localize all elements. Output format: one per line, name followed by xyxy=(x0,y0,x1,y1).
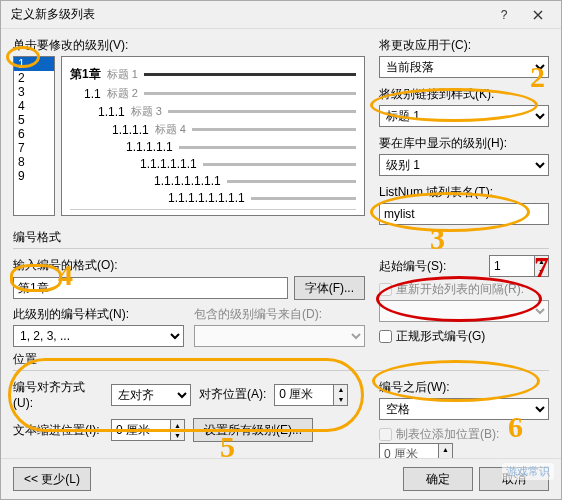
spin-up-icon[interactable]: ▲ xyxy=(535,256,548,266)
watermark: 游戏常识 xyxy=(502,463,554,480)
indent-at-spinner[interactable]: ▲▼ xyxy=(111,419,185,441)
followed-by-select[interactable]: 空格 xyxy=(379,398,549,420)
align-at-input[interactable] xyxy=(274,384,334,406)
format-input[interactable] xyxy=(13,277,288,299)
level-listbox[interactable]: 123456789 xyxy=(13,56,55,216)
set-all-levels-button[interactable]: 设置所有级别(E)... xyxy=(193,418,313,442)
level-item[interactable]: 6 xyxy=(14,127,54,141)
level-item[interactable]: 5 xyxy=(14,113,54,127)
followed-by-label: 编号之后(W): xyxy=(379,379,549,396)
align-label: 编号对齐方式(U): xyxy=(13,379,103,410)
close-button[interactable] xyxy=(521,4,555,26)
indent-at-label: 文本缩进位置(I): xyxy=(13,422,103,439)
listnum-input[interactable] xyxy=(379,203,549,225)
apply-to-label: 将更改应用于(C): xyxy=(379,37,549,54)
num-style-label: 此级别的编号样式(N): xyxy=(13,306,184,323)
spin-down-icon[interactable]: ▼ xyxy=(535,266,548,276)
dialog-title: 定义新多级列表 xyxy=(11,6,487,23)
preview-pane: 第1章标题 11.1标题 21.1.1标题 31.1.1.1标题 41.1.1.… xyxy=(61,56,365,216)
start-at-spinner[interactable]: ▲▼ xyxy=(489,255,549,277)
align-at-spinner[interactable]: ▲▼ xyxy=(274,384,348,406)
gallery-level-label: 要在库中显示的级别(H): xyxy=(379,135,549,152)
titlebar: 定义新多级列表 ? xyxy=(1,1,561,29)
listnum-label: ListNum 域列表名(T): xyxy=(379,184,549,201)
close-icon xyxy=(533,10,543,20)
position-group-label: 位置 xyxy=(13,351,549,368)
link-style-select[interactable]: 标题 1 xyxy=(379,105,549,127)
align-select[interactable]: 左对齐 xyxy=(111,384,191,406)
restart-after-select xyxy=(379,300,549,322)
include-prev-select xyxy=(194,325,365,347)
level-item[interactable]: 4 xyxy=(14,99,54,113)
enter-format-label: 输入编号的格式(O): xyxy=(13,257,365,274)
ok-button[interactable]: 确定 xyxy=(403,467,473,491)
format-group-label: 编号格式 xyxy=(13,229,549,246)
link-style-label: 将级别链接到样式(K): xyxy=(379,86,549,103)
include-prev-label: 包含的级别编号来自(D): xyxy=(194,306,365,323)
click-level-label: 单击要修改的级别(V): xyxy=(13,37,365,54)
level-item[interactable]: 8 xyxy=(14,155,54,169)
restart-after-check: 重新开始列表的间隔(R): xyxy=(379,281,549,298)
less-button[interactable]: << 更少(L) xyxy=(13,467,91,491)
tab-pos-spinner: ▲▼ xyxy=(379,443,549,458)
level-item[interactable]: 3 xyxy=(14,85,54,99)
dialog-footer: << 更少(L) 确定 取消 xyxy=(1,458,561,499)
level-item[interactable]: 7 xyxy=(14,141,54,155)
num-style-select[interactable]: 1, 2, 3, ... xyxy=(13,325,184,347)
legal-check[interactable]: 正规形式编号(G) xyxy=(379,328,549,345)
start-at-input[interactable] xyxy=(489,255,535,277)
define-multilevel-list-dialog: 定义新多级列表 ? 单击要修改的级别(V): 123456789 第1章标题 1… xyxy=(0,0,562,500)
apply-to-select[interactable]: 当前段落 xyxy=(379,56,549,78)
level-item[interactable]: 1 xyxy=(14,57,54,71)
indent-at-input[interactable] xyxy=(111,419,171,441)
font-button[interactable]: 字体(F)... xyxy=(294,276,365,300)
help-button[interactable]: ? xyxy=(487,4,521,26)
tab-pos-input xyxy=(379,443,439,458)
gallery-level-select[interactable]: 级别 1 xyxy=(379,154,549,176)
level-item[interactable]: 9 xyxy=(14,169,54,183)
align-at-label: 对齐位置(A): xyxy=(199,386,266,403)
level-item[interactable]: 2 xyxy=(14,71,54,85)
tab-after-check: 制表位添加位置(B): xyxy=(379,426,549,443)
start-at-label: 起始编号(S): xyxy=(379,258,483,275)
